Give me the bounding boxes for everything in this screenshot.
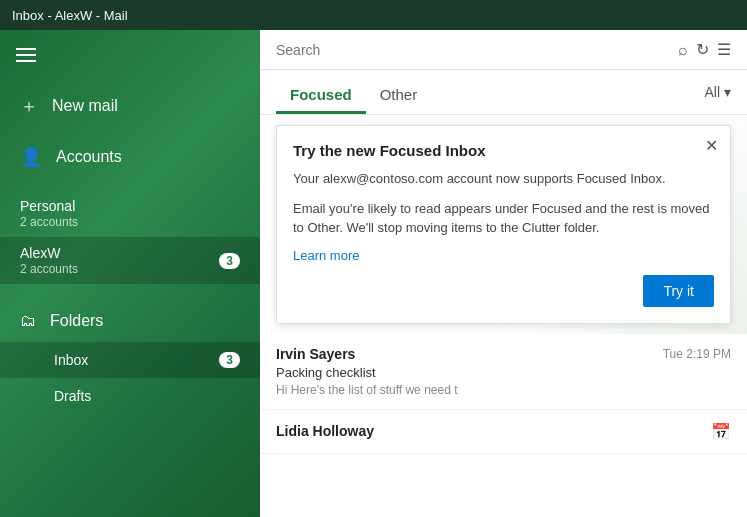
main-content: ＋ New mail 👤 Accounts Personal 2 account… <box>0 30 747 517</box>
app-title: Inbox - AlexW - Mail <box>12 8 128 23</box>
drafts-label: Drafts <box>54 388 91 404</box>
try-it-button[interactable]: Try it <box>643 275 714 307</box>
email-item-2[interactable]: Lidia Holloway 📅 <box>260 410 747 454</box>
email-item[interactable]: Irvin Sayers Tue 2:19 PM Packing checkli… <box>260 334 747 410</box>
alexw-sub: 2 accounts <box>20 262 78 276</box>
tabs-row: Focused Other All ▾ <box>260 70 747 115</box>
plus-icon: ＋ <box>20 94 38 118</box>
tab-other[interactable]: Other <box>366 78 432 114</box>
drafts-folder-item[interactable]: Drafts <box>0 378 260 414</box>
focused-inbox-dialog: Try the new Focused Inbox ✕ Your alexw@c… <box>276 125 731 324</box>
search-bar: ⌕ ↻ ☰ <box>260 30 747 70</box>
tab-all-button[interactable]: All ▾ <box>704 84 731 108</box>
email-sender-2: Lidia Holloway <box>276 423 374 439</box>
dialog-body-2: Email you're likely to read appears unde… <box>293 199 714 238</box>
accounts-nav-item[interactable]: 👤 Accounts <box>0 132 260 182</box>
title-bar: Inbox - AlexW - Mail <box>0 0 747 30</box>
email-subject: Packing checklist <box>276 365 731 380</box>
personal-sub: 2 accounts <box>20 215 78 229</box>
accounts-label: Accounts <box>56 148 122 166</box>
email-time: Tue 2:19 PM <box>663 347 731 361</box>
alexw-account-item[interactable]: AlexW 2 accounts 3 <box>0 237 260 284</box>
new-mail-button[interactable]: ＋ New mail <box>0 80 260 132</box>
filter-list-icon[interactable]: ☰ <box>717 40 731 59</box>
hamburger-button[interactable] <box>0 30 260 80</box>
folder-icon: 🗂 <box>20 312 36 330</box>
folders-header[interactable]: 🗂 Folders <box>0 300 260 342</box>
personal-account-group[interactable]: Personal 2 accounts <box>0 190 260 237</box>
calendar-icon: 📅 <box>711 422 731 441</box>
hamburger-icon <box>16 48 244 62</box>
sidebar-content: ＋ New mail 👤 Accounts Personal 2 account… <box>0 30 260 517</box>
all-label: All <box>704 84 720 100</box>
folders-label: Folders <box>50 312 103 330</box>
refresh-icon[interactable]: ↻ <box>696 40 709 59</box>
inbox-label: Inbox <box>54 352 88 368</box>
learn-more-link[interactable]: Learn more <box>293 248 714 263</box>
dialog-body-1: Your alexw@contoso.com account now suppo… <box>293 169 714 189</box>
right-content: ⌕ ↻ ☰ Focused Other All ▾ Try the new <box>260 30 747 517</box>
inbox-badge: 3 <box>219 352 240 368</box>
email-list: Irvin Sayers Tue 2:19 PM Packing checkli… <box>260 334 747 518</box>
folders-section: 🗂 Folders Inbox 3 Drafts <box>0 300 260 414</box>
sidebar: ＋ New mail 👤 Accounts Personal 2 account… <box>0 30 260 517</box>
email-header: Irvin Sayers Tue 2:19 PM <box>276 346 731 362</box>
email-item-2-info: Lidia Holloway <box>276 423 374 439</box>
new-mail-label: New mail <box>52 97 118 115</box>
search-input[interactable] <box>276 42 670 58</box>
person-icon: 👤 <box>20 146 42 168</box>
dialog-title: Try the new Focused Inbox <box>293 142 714 159</box>
right-panel: ⌕ ↻ ☰ Focused Other All ▾ Try the new <box>260 30 747 517</box>
tab-focused[interactable]: Focused <box>276 78 366 114</box>
inbox-folder-item[interactable]: Inbox 3 <box>0 342 260 378</box>
chevron-down-icon: ▾ <box>724 84 731 100</box>
alexw-badge: 3 <box>219 253 240 269</box>
search-icon[interactable]: ⌕ <box>678 41 688 59</box>
personal-label: Personal <box>20 198 78 214</box>
email-preview: Hi Here's the list of stuff we need t <box>276 383 731 397</box>
alexw-label: AlexW <box>20 245 78 261</box>
accounts-section: Personal 2 accounts AlexW 2 accounts 3 <box>0 182 260 292</box>
dialog-close-button[interactable]: ✕ <box>705 138 718 154</box>
email-sender: Irvin Sayers <box>276 346 355 362</box>
dialog-actions: Try it <box>293 275 714 307</box>
